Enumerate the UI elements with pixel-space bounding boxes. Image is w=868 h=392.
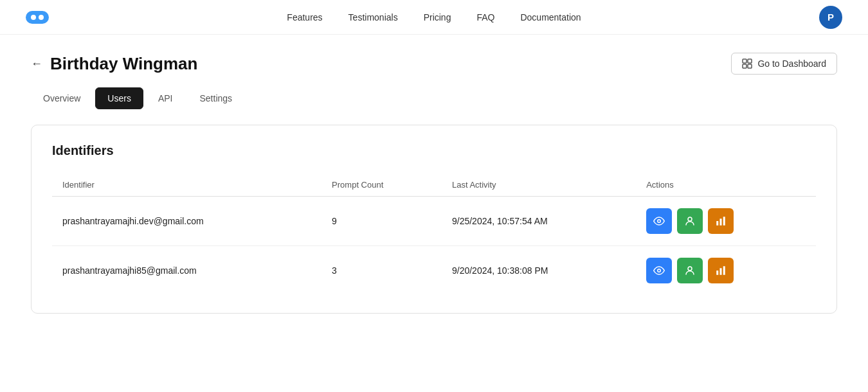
cell-identifier: prashantrayamajhi85@gmail.com	[52, 246, 321, 296]
user-button[interactable]	[677, 208, 703, 234]
table-row: prashantrayamajhi85@gmail.com39/20/2024,…	[52, 246, 816, 296]
col-actions: Actions	[636, 174, 816, 197]
col-prompt-count: Prompt Count	[321, 174, 442, 197]
eye-icon	[653, 215, 665, 227]
dashboard-button-label: Go to Dashboard	[757, 58, 826, 69]
identifiers-table: Identifier Prompt Count Last Activity Ac…	[52, 174, 816, 295]
avatar[interactable]: P	[819, 6, 842, 29]
go-to-dashboard-button[interactable]: Go to Dashboard	[731, 53, 837, 75]
user-button[interactable]	[677, 258, 703, 283]
actions-group	[646, 208, 806, 234]
tab-settings[interactable]: Settings	[188, 87, 245, 109]
nav-testimonials[interactable]: Testimonials	[348, 12, 398, 22]
svg-rect-0	[743, 59, 746, 63]
svg-rect-7	[720, 218, 722, 226]
tab-overview[interactable]: Overview	[31, 87, 93, 109]
nav-faq[interactable]: FAQ	[476, 12, 494, 22]
view-button[interactable]	[646, 258, 672, 283]
table-row: prashantrayamajhi.dev@gmail.com99/25/202…	[52, 197, 816, 246]
cell-prompt-count: 3	[321, 246, 442, 296]
table-header-row: Identifier Prompt Count Last Activity Ac…	[52, 174, 816, 197]
svg-point-9	[658, 269, 661, 272]
svg-rect-11	[716, 271, 718, 275]
logo-dot-right	[39, 15, 44, 20]
actions-group	[646, 258, 806, 283]
svg-rect-2	[743, 64, 746, 68]
main-nav: Features Testimonials Pricing FAQ Docume…	[287, 12, 581, 22]
cell-actions	[636, 246, 816, 296]
cell-last-activity: 9/20/2024, 10:38:08 PM	[442, 246, 636, 296]
page-title: Birthday Wingman	[50, 54, 197, 74]
chart-button[interactable]	[708, 208, 734, 234]
tab-users[interactable]: Users	[95, 87, 143, 109]
header: Features Testimonials Pricing FAQ Docume…	[0, 0, 868, 35]
logo[interactable]	[26, 11, 49, 24]
col-identifier: Identifier	[52, 174, 321, 197]
svg-point-10	[688, 267, 692, 271]
user-icon	[684, 265, 696, 276]
view-button[interactable]	[646, 208, 672, 234]
nav-features[interactable]: Features	[287, 12, 322, 22]
svg-point-5	[688, 217, 692, 221]
page-header: ← Birthday Wingman Go to Dashboard	[31, 53, 837, 75]
page-content: ← Birthday Wingman Go to Dashboard Overv…	[0, 35, 868, 339]
user-icon	[684, 215, 696, 227]
logo-icon	[26, 11, 49, 24]
cell-last-activity: 9/25/2024, 10:57:54 AM	[442, 197, 636, 246]
eye-icon	[653, 265, 665, 276]
identifiers-card: Identifiers Identifier Prompt Count Last…	[31, 125, 837, 314]
cell-identifier: prashantrayamajhi.dev@gmail.com	[52, 197, 321, 246]
identifiers-title: Identifiers	[52, 143, 816, 158]
nav-pricing[interactable]: Pricing	[424, 12, 451, 22]
col-last-activity: Last Activity	[442, 174, 636, 197]
nav-documentation[interactable]: Documentation	[520, 12, 581, 22]
tab-api[interactable]: API	[146, 87, 185, 109]
chart-icon	[715, 215, 727, 227]
back-button[interactable]: ←	[31, 57, 42, 71]
svg-rect-3	[748, 64, 752, 68]
svg-rect-13	[723, 266, 725, 275]
dashboard-icon	[742, 58, 752, 69]
svg-rect-12	[720, 268, 722, 275]
cell-actions	[636, 197, 816, 246]
logo-dot-left	[31, 15, 36, 20]
chart-button[interactable]	[708, 258, 734, 283]
cell-prompt-count: 9	[321, 197, 442, 246]
tabs: Overview Users API Settings	[31, 87, 837, 109]
chart-icon	[715, 265, 727, 276]
svg-rect-8	[723, 217, 725, 226]
svg-point-4	[658, 220, 661, 223]
svg-rect-6	[716, 221, 718, 226]
svg-rect-1	[748, 59, 752, 63]
title-group: ← Birthday Wingman	[31, 54, 197, 74]
